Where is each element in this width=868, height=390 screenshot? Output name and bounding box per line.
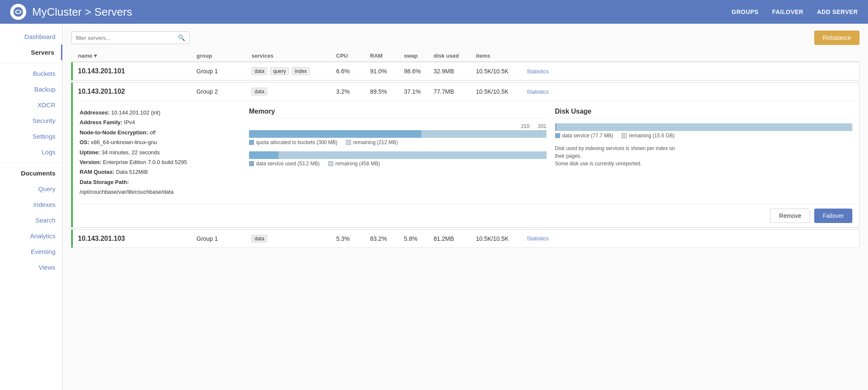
server-2-expanded: Addresses: 10.144.201.102 (int) Address … [73, 100, 859, 204]
disk-bar-row: data service (77.7 MB) remaining (15.6 G… [555, 123, 853, 139]
memory-bar-2-legend: data service used (53.2 MB) remaining (4… [249, 161, 547, 167]
encryption-value: off [149, 129, 155, 136]
server-2-disk: 77.7MB [434, 88, 476, 95]
server-1-ip: 10.143.201.101 [78, 67, 196, 75]
col-group: group [196, 53, 252, 59]
sort-icon: ▾ [94, 53, 97, 59]
addresses-label: Addresses: [80, 109, 110, 116]
sidebar-item-eventing[interactable]: Eventing [0, 244, 62, 259]
server-2-stats-link[interactable]: Statistics [527, 89, 578, 95]
encryption-label: Node-to-Node Encryption: [80, 129, 148, 136]
ram-quotas-value: Data 512MiB [116, 169, 148, 175]
sidebar-item-settings[interactable]: Settings [0, 128, 62, 144]
filter-servers-input[interactable] [76, 35, 178, 41]
col-name: name ▾ [78, 53, 196, 59]
memory-bar-2-row: data service used (53.2 MB) remaining (4… [249, 151, 547, 167]
legend-used-box [249, 161, 254, 166]
server-3-services: data [252, 235, 336, 242]
sidebar-item-analytics[interactable]: Analytics [0, 228, 62, 244]
failover-nav[interactable]: FAILOVER [772, 8, 803, 15]
memory-panel: Memory 210 201 [249, 108, 547, 197]
server-3-disk: 81.2MB [434, 235, 476, 242]
server-3-swap: 5.8% [404, 235, 434, 242]
sidebar-item-query[interactable]: Query [0, 181, 62, 197]
header-navigation: GROUPS FAILOVER ADD SERVER [732, 8, 858, 15]
legend-quota-label: quota allocated to buckets (300 MB) [256, 139, 337, 145]
address-family-value: IPv4 [124, 119, 135, 125]
legend-remaining1-box [346, 140, 351, 145]
server-1-stats-link[interactable]: Statistics [527, 68, 578, 75]
legend-disk-used: data service (77.7 MB) [555, 133, 614, 139]
groups-nav[interactable]: GROUPS [732, 8, 759, 15]
legend-used-label: data service used (53.2 MB) [256, 161, 320, 167]
server-2-cpu: 3.2% [336, 88, 370, 95]
sidebar-item-logs[interactable]: Logs [0, 144, 62, 160]
server-2-items: 10.5K/10.5K [476, 88, 527, 95]
os-value: x86_64-unknown-linux-gnu [91, 139, 157, 145]
server-row-3-main[interactable]: 10.143.201.103 Group 1 data 5.3% 83.2% 5… [73, 230, 859, 248]
legend-remaining2: remaining (458 MB) [328, 161, 380, 167]
legend-disk-used-box [555, 133, 560, 138]
server-3-group: Group 1 [196, 235, 252, 242]
disk-bar-remaining [556, 123, 852, 131]
legend-quota: quota allocated to buckets (300 MB) [249, 139, 337, 145]
legend-disk-remaining-label: remaining (15.6 GB) [629, 133, 674, 139]
remove-button[interactable]: Remove [770, 209, 810, 223]
memory-bar-1-row: quota allocated to buckets (300 MB) rema… [249, 130, 547, 145]
data-storage-value: /opt/couchbase/var/lib/couchbase/data [80, 189, 174, 195]
service-tag-data: data [252, 67, 267, 75]
disk-bar [555, 123, 853, 131]
sidebar-item-servers[interactable]: Servers [0, 45, 62, 60]
server-1-group: Group 1 [196, 68, 252, 75]
sidebar-item-xdcr[interactable]: XDCR [0, 97, 62, 113]
data-storage-label: Data Storage Path: [80, 179, 129, 185]
failover-button[interactable]: Failover [814, 209, 852, 223]
disk-bar-legend: data service (77.7 MB) remaining (15.6 G… [555, 133, 853, 139]
main-content: 🔍 Rebalance name ▾ group services CPU RA… [63, 24, 868, 390]
page-title: MyCluster > Servers [32, 6, 732, 19]
add-server-nav[interactable]: ADD SERVER [817, 8, 858, 15]
app-logo [10, 4, 26, 20]
col-swap: swap [404, 53, 434, 59]
legend-remaining2-label: remaining (458 MB) [335, 161, 380, 167]
address-family-label: Address Family: [80, 119, 122, 125]
sidebar-item-indexes[interactable]: Indexes [0, 197, 62, 212]
server-row-2-main[interactable]: 10.143.201.102 Group 2 data 3.2% 89.5% 3… [73, 83, 859, 100]
service-tag-query: query [270, 67, 289, 75]
server-3-ram: 83.2% [370, 235, 404, 242]
rebalance-button[interactable]: Rebalance [814, 31, 860, 45]
server-1-services: data query index [252, 67, 336, 75]
server-3-ip: 10.143.201.103 [78, 235, 196, 242]
disk-panel-title: Disk Usage [555, 108, 853, 118]
sidebar-item-search[interactable]: Search [0, 212, 62, 228]
sidebar-item-backup[interactable]: Backup [0, 81, 62, 97]
uptime-value: 34 minutes, 22 seconds [102, 149, 160, 156]
legend-remaining1: remaining (212 MB) [346, 139, 398, 145]
sidebar-divider-2 [0, 162, 62, 163]
sidebar-item-security[interactable]: Security [0, 113, 62, 128]
table-header: name ▾ group services CPU RAM swap disk … [71, 50, 860, 62]
filter-box[interactable]: 🔍 [71, 31, 190, 44]
main-layout: Dashboard Servers Buckets Backup XDCR Se… [0, 24, 868, 390]
servers-toolbar: 🔍 Rebalance [71, 31, 860, 45]
sidebar-item-views[interactable]: Views [0, 259, 62, 275]
server-2-swap: 37.1% [404, 88, 434, 95]
memory-bar-1 [249, 130, 547, 138]
server-3-stats-link[interactable]: Statistics [527, 235, 578, 242]
server-row-1-main[interactable]: 10.143.201.101 Group 1 data query index … [73, 62, 859, 80]
sidebar-item-buckets[interactable]: Buckets [0, 66, 62, 81]
legend-remaining2-box [328, 161, 333, 166]
app-header: MyCluster > Servers GROUPS FAILOVER ADD … [0, 0, 868, 24]
os-label: OS: [80, 139, 89, 145]
service-tag-index: index [292, 67, 310, 75]
sidebar-item-dashboard[interactable]: Dashboard [0, 29, 62, 45]
server-row-1: 10.143.201.101 Group 1 data query index … [71, 62, 860, 81]
memory-bar-2-remaining [279, 151, 546, 159]
server-3-items: 10.5K/10.5K [476, 235, 527, 242]
server-2-ram: 89.5% [370, 88, 404, 95]
uptime-label: Uptime: [80, 149, 100, 156]
legend-disk-remaining: remaining (15.6 GB) [622, 133, 674, 139]
version-value: Enterprise Edition 7.0.0 build 5295 [103, 159, 187, 165]
memory-bar1-val1: 210 [521, 123, 529, 129]
server-2-ip: 10.143.201.102 [78, 88, 196, 95]
